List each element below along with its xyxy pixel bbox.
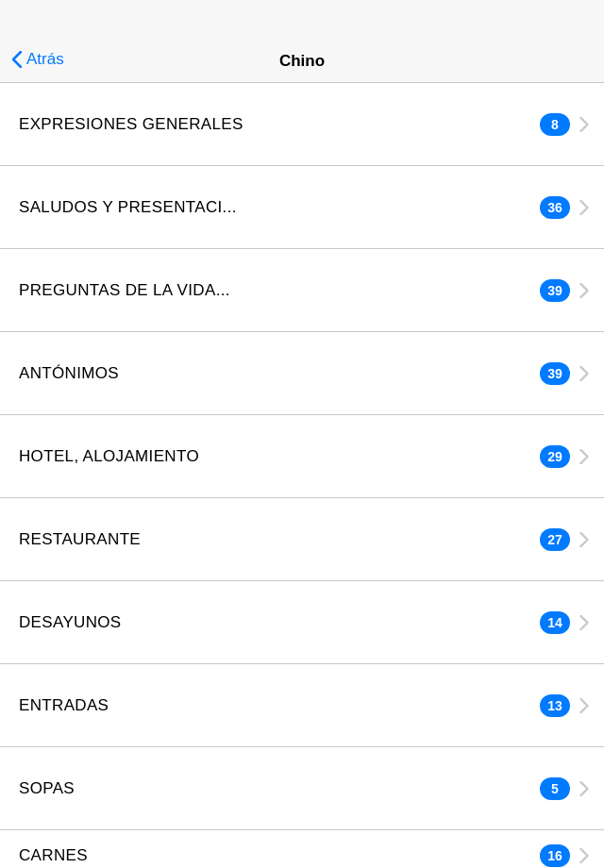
item-badge: 29 [540, 445, 570, 468]
item-badge: 14 [540, 611, 570, 634]
chevron-left-icon [11, 50, 23, 69]
list-item[interactable]: DESAYUNOS 14 [0, 581, 604, 664]
list-item[interactable]: SOPAS 5 [0, 747, 604, 830]
category-list: EXPRESIONES GENERALES 8 SALUDOS Y PRESEN… [0, 83, 604, 868]
item-label: HOTEL, ALOJAMIENTO [19, 447, 540, 466]
item-badge: 39 [540, 362, 570, 385]
item-label: ENTRADAS [19, 696, 540, 715]
item-badge: 8 [540, 113, 570, 136]
item-badge: 13 [540, 694, 570, 717]
chevron-right-icon [579, 366, 589, 381]
list-item[interactable]: EXPRESIONES GENERALES 8 [0, 83, 604, 166]
item-badge: 39 [540, 279, 570, 302]
chevron-right-icon [579, 449, 589, 464]
item-label: SALUDOS Y PRESENTACI... [19, 198, 540, 217]
list-item[interactable]: PREGUNTAS DE LA VIDA... 39 [0, 249, 604, 332]
item-badge: 36 [540, 196, 570, 219]
list-item[interactable]: ANTÓNIMOS 39 [0, 332, 604, 415]
item-label: DESAYUNOS [19, 613, 540, 632]
item-badge: 27 [540, 528, 570, 551]
chevron-right-icon [579, 698, 589, 713]
item-label: RESTAURANTE [19, 530, 540, 549]
chevron-right-icon [579, 117, 589, 132]
list-item[interactable]: RESTAURANTE 27 [0, 498, 604, 581]
back-label: Atrás [26, 50, 64, 69]
item-label: PREGUNTAS DE LA VIDA... [19, 281, 540, 300]
item-label: SOPAS [19, 779, 540, 798]
chevron-right-icon [579, 532, 589, 547]
chevron-right-icon [579, 200, 589, 215]
back-button[interactable]: Atrás [11, 50, 64, 69]
chevron-right-icon [579, 283, 589, 298]
list-item[interactable]: ENTRADAS 13 [0, 664, 604, 747]
list-item[interactable]: HOTEL, ALOJAMIENTO 29 [0, 415, 604, 498]
navigation-bar: Atrás Chino [0, 0, 604, 83]
list-item[interactable]: SALUDOS Y PRESENTACI... 36 [0, 166, 604, 249]
item-badge: 16 [540, 844, 570, 867]
item-label: CARNES [19, 846, 540, 865]
item-badge: 5 [540, 777, 570, 800]
chevron-right-icon [579, 781, 589, 796]
item-label: ANTÓNIMOS [19, 364, 540, 383]
page-title: Chino [279, 52, 325, 71]
item-label: EXPRESIONES GENERALES [19, 115, 540, 134]
chevron-right-icon [579, 848, 589, 863]
list-item[interactable]: CARNES 16 [0, 830, 604, 868]
chevron-right-icon [579, 615, 589, 630]
